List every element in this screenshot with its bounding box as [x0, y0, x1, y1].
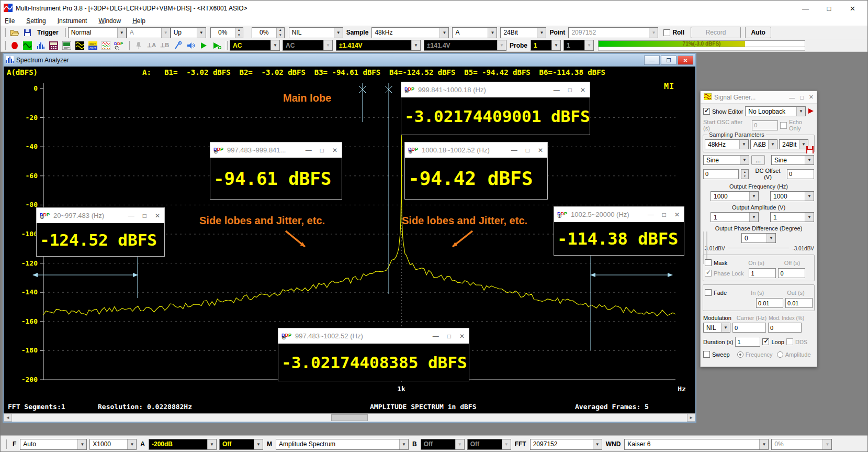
maximize-button[interactable]: □ — [320, 147, 324, 154]
show-editor-checkbox[interactable] — [703, 108, 710, 115]
scrollbar-thumb[interactable] — [331, 414, 368, 421]
toolbar-grip[interactable] — [5, 439, 7, 449]
auto-button[interactable]: Auto — [745, 27, 771, 38]
menu-file[interactable]: File — [5, 17, 15, 25]
range-a-select[interactable]: ±1.414V▼ — [336, 40, 421, 51]
waveform-b-select[interactable]: Sine▼ — [771, 155, 814, 165]
minimize-button[interactable]: — — [511, 147, 517, 154]
siggen-bits-select[interactable]: 24Bit▼ — [779, 139, 808, 149]
siggen-titlebar[interactable]: Signal Gener... — □ ✕ — [701, 91, 817, 104]
dual-trace-icon[interactable] — [74, 40, 86, 51]
close-button[interactable]: ✕ — [841, 1, 864, 16]
close-button[interactable]: ✕ — [459, 333, 465, 340]
spin-down-icon[interactable]: ▼ — [235, 32, 243, 38]
probe-b-select[interactable]: 1▼ — [563, 40, 594, 51]
maximize-button[interactable]: □ — [817, 1, 841, 16]
spectrum-mode-select[interactable]: Amplitude Spectrum▼ — [276, 439, 409, 450]
frequency-a-select[interactable]: 1000▼ — [711, 191, 759, 201]
a-extra-select[interactable]: Off▼ — [219, 439, 263, 450]
speaker-icon[interactable] — [185, 40, 197, 51]
coupling-a-select[interactable]: AC▼ — [230, 40, 280, 51]
sweep-amplitude-radio[interactable] — [777, 351, 783, 358]
start-osc-input[interactable]: 0 — [752, 120, 778, 130]
window-function-select[interactable]: Kaiser 6▼ — [624, 439, 769, 450]
trigger-hpf-select[interactable]: NIL▼ — [289, 27, 343, 38]
frequency-b-select[interactable]: 1000▼ — [770, 191, 814, 201]
dc-offset-b-input[interactable]: 0 — [787, 169, 814, 179]
mask-off-input[interactable]: 0 — [778, 268, 805, 278]
siggen-channels-select[interactable]: A&B▼ — [750, 139, 777, 149]
siggen-save-icon[interactable] — [806, 146, 815, 156]
toolbar-grip[interactable] — [128, 41, 130, 50]
fade-out-input[interactable]: 0.01 — [785, 298, 813, 308]
mod-index-input[interactable]: 0 — [768, 323, 802, 333]
phase-lock-checkbox[interactable] — [705, 270, 712, 277]
menu-help[interactable]: Help — [132, 17, 145, 25]
save-icon[interactable] — [21, 27, 33, 38]
probe-calibration-icon[interactable] — [172, 40, 184, 51]
sweep-frequency-radio[interactable] — [737, 351, 743, 358]
toolbar-grip[interactable] — [4, 28, 6, 37]
menu-setting[interactable]: Setting — [26, 17, 46, 25]
toolbar-grip[interactable] — [4, 41, 6, 50]
minimize-button[interactable]: — — [648, 211, 654, 218]
microphone-icon[interactable] — [132, 40, 144, 51]
maximize-button[interactable]: □ — [447, 333, 451, 340]
spectrum-analyzer-icon[interactable] — [35, 40, 47, 51]
level-slider[interactable] — [728, 248, 790, 249]
dds-checkbox[interactable] — [786, 338, 793, 345]
run-icon[interactable] — [198, 40, 210, 51]
sample-channel-select[interactable]: A▼ — [452, 27, 497, 38]
trigger-level-spinner[interactable]: 0%▲▼ — [210, 27, 243, 38]
minimize-button[interactable]: — — [306, 147, 312, 154]
ddp-titlebar[interactable]: DDP⊕ 997.483~1002.52 (Hz) — □ ✕ — [278, 328, 469, 344]
sample-bits-select[interactable]: 24Bit▼ — [500, 27, 546, 38]
more-waveform-button[interactable]: ... — [751, 155, 765, 165]
maximize-button[interactable]: □ — [568, 86, 572, 94]
b-extra-select[interactable]: Off▼ — [467, 439, 511, 450]
spin-down-icon[interactable]: ▼ — [277, 32, 284, 38]
mask-checkbox[interactable] — [705, 259, 712, 266]
dut-icon[interactable]: DUTOUT — [87, 40, 99, 51]
scroll-right-icon[interactable]: ► — [687, 414, 695, 422]
close-button[interactable]: ✕ — [678, 56, 693, 65]
restore-button[interactable]: ❐ — [661, 56, 677, 65]
ddp-titlebar[interactable]: DDP⊕ 1002.5~20000 (Hz) — □ ✕ — [554, 207, 684, 222]
open-file-icon[interactable] — [8, 27, 20, 38]
range-b-select[interactable]: ±141.4V▼ — [424, 40, 506, 51]
trigger-mode-select[interactable]: Normal▼ — [68, 27, 127, 38]
scroll-left-icon[interactable]: ◄ — [4, 414, 12, 422]
a-range-select[interactable]: -200dB▼ — [149, 439, 217, 450]
record-button[interactable]: Record — [691, 27, 741, 38]
ground-a-icon[interactable]: ⊥A — [145, 40, 157, 51]
minimize-button[interactable]: — — [789, 94, 795, 101]
ddp-titlebar[interactable]: DDP⊕ 997.483~999.841... — □ ✕ — [210, 142, 342, 158]
maximize-button[interactable]: □ — [143, 212, 146, 219]
close-button[interactable]: ✕ — [809, 94, 814, 101]
minimize-button[interactable]: — — [644, 56, 660, 65]
fft-size-select[interactable]: 2097152▼ — [530, 439, 602, 450]
ddp-viewer-icon[interactable]: DDP — [113, 40, 125, 51]
ddp-titlebar[interactable]: DDP⊕ 1000.18~1002.52 (Hz) — □ ✕ — [405, 142, 547, 158]
ddp-titlebar[interactable]: DDP⊕ 20~997.483 (Hz) — □ ✕ — [37, 208, 164, 223]
loopback-select[interactable]: No Loopback▼ — [745, 106, 806, 116]
close-button[interactable]: ✕ — [332, 147, 337, 154]
point-select[interactable]: 2097152▼ — [568, 27, 658, 38]
toolbar-grip[interactable] — [64, 28, 66, 37]
minimize-button[interactable]: — — [554, 86, 560, 94]
b-range-select[interactable]: Off▼ — [421, 439, 465, 450]
close-button[interactable]: ✕ — [155, 212, 160, 219]
maximize-button[interactable]: □ — [526, 147, 529, 154]
siggen-rate-select[interactable]: 48kHz▼ — [705, 139, 749, 149]
waveform-a-select[interactable]: Sine▼ — [703, 155, 749, 165]
modulation-select[interactable]: NIL▼ — [703, 323, 730, 333]
duration-input[interactable]: 1 — [735, 337, 760, 347]
oscilloscope-icon[interactable] — [8, 40, 20, 51]
chart-hscrollbar[interactable]: ◄ ► — [4, 413, 695, 422]
coupling-b-select[interactable]: AC▼ — [283, 40, 333, 51]
spectrum-titlebar[interactable]: Spectrum Analyzer — ❐ ✕ — [4, 54, 695, 67]
dc-offset-spinner[interactable]: ▲▼ — [741, 169, 749, 179]
fade-in-input[interactable]: 0.01 — [756, 298, 783, 308]
minimize-button[interactable]: — — [128, 212, 134, 219]
trigger-source-select[interactable]: A▼ — [127, 27, 171, 38]
